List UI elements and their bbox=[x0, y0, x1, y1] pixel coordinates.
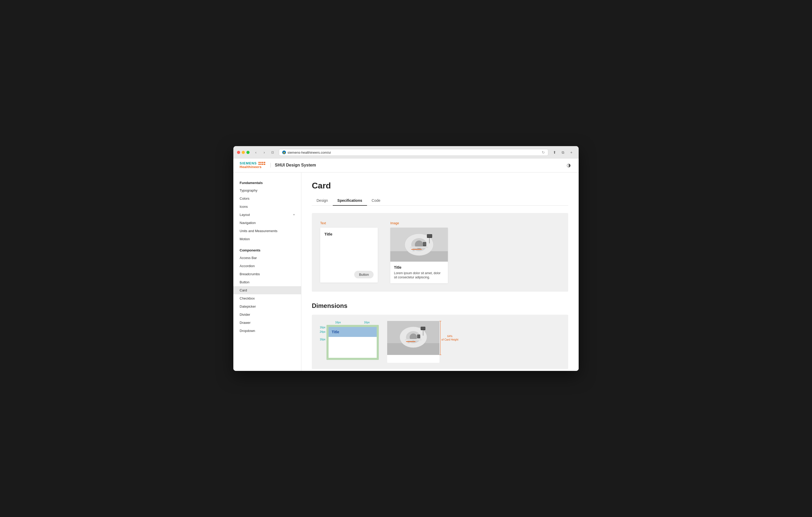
card-body-title: Title bbox=[394, 265, 444, 270]
sidebar-item-layout[interactable]: Layout ▾ bbox=[233, 211, 301, 219]
svg-rect-10 bbox=[427, 235, 432, 237]
svg-rect-11 bbox=[411, 249, 422, 250]
dim-card-title: Title bbox=[332, 330, 339, 334]
dim-card-right-image bbox=[387, 321, 439, 355]
image-card-preview: Title Lorem ipsum dolor sit amet, dolor … bbox=[390, 227, 448, 283]
dim-right-annotation: 64% of Card Height bbox=[440, 321, 458, 355]
sidebar-item-card[interactable]: Card bbox=[233, 286, 301, 294]
share-button[interactable]: ⬆ bbox=[551, 149, 558, 156]
sidebar-item-drawer[interactable]: Drawer bbox=[233, 318, 301, 327]
dim-top-right: 16px bbox=[364, 321, 370, 324]
sidebar-item-datepicker[interactable]: Datepicker bbox=[233, 302, 301, 310]
preview-section: Text Title Button Image bbox=[312, 213, 568, 292]
logo-siemens: SIEMENS bbox=[240, 161, 257, 165]
sidebar-item-access-bar[interactable]: Access Bar bbox=[233, 254, 301, 262]
app-title: SHUI Design System bbox=[270, 163, 316, 168]
dim-card-row: 16px 24px 16px Title bbox=[318, 325, 379, 360]
fundamentals-section-title: Fundamentals bbox=[233, 179, 301, 186]
tab-overview-button[interactable]: ⊡ bbox=[269, 149, 276, 156]
sidebar-item-divider[interactable]: Divider bbox=[233, 310, 301, 318]
dimensions-title: Dimensions bbox=[312, 302, 568, 309]
svg-rect-6 bbox=[410, 246, 428, 248]
header-right: ◑ bbox=[565, 161, 572, 169]
sidebar-item-button[interactable]: Button bbox=[233, 278, 301, 286]
dim-mri-svg bbox=[387, 321, 439, 355]
close-button[interactable] bbox=[237, 151, 240, 154]
favicon-icon: 🔒 bbox=[282, 151, 286, 154]
dim-card-right-wrapper: 64% of Card Height bbox=[387, 321, 439, 363]
sidebar-item-motion[interactable]: Motion bbox=[233, 235, 301, 243]
maximize-button[interactable] bbox=[246, 151, 250, 154]
address-bar[interactable]: 🔒 siemens-healthineers.com/ui ↻ bbox=[279, 149, 548, 156]
mri-illustration bbox=[390, 227, 448, 262]
sidebar-item-dropdown[interactable]: Dropdown bbox=[233, 327, 301, 335]
image-card-column: Image bbox=[390, 221, 448, 283]
image-label: Image bbox=[390, 221, 399, 225]
sidebar-item-accordion[interactable]: Accordion bbox=[233, 262, 301, 270]
dim-row2: 24px bbox=[320, 330, 325, 333]
new-window-button[interactable]: ⧉ bbox=[559, 149, 567, 156]
card-body-text: Lorem ipsum dolor sit amet, dolor sit co… bbox=[394, 271, 444, 280]
text-card-preview: Title Button bbox=[320, 227, 378, 282]
tabs: Design Specifications Code bbox=[312, 196, 568, 206]
text-card-title: Title bbox=[324, 232, 374, 236]
dim-card-right bbox=[387, 321, 439, 363]
logo-dots-icon bbox=[258, 162, 265, 165]
svg-rect-13 bbox=[423, 242, 426, 246]
sidebar-item-checkbox[interactable]: Checkbox bbox=[233, 294, 301, 302]
sidebar: Fundamentals Typography Colors Icons Lay… bbox=[233, 173, 301, 371]
refresh-icon[interactable]: ↻ bbox=[542, 150, 545, 154]
dim-card-left-wrapper: 16px 16px 16px 24px 16px bbox=[318, 321, 379, 363]
chevron-down-icon: ▾ bbox=[293, 213, 295, 216]
browser-nav: ‹ › ⊡ bbox=[252, 149, 276, 156]
dim-card: Title bbox=[326, 325, 379, 360]
svg-rect-26 bbox=[417, 335, 420, 338]
forward-button[interactable]: › bbox=[261, 149, 268, 156]
app-header: SIEMENS Healthineers SHUI Design System … bbox=[233, 158, 579, 173]
card-body: Title Lorem ipsum dolor sit amet, dolor … bbox=[390, 262, 448, 283]
dim-top-left: 16px bbox=[335, 321, 341, 324]
dim-card-content bbox=[328, 337, 377, 358]
browser-chrome: ‹ › ⊡ 🔒 siemens-healthineers.com/ui ↻ ⬆ … bbox=[233, 146, 579, 158]
text-card-column: Text Title Button bbox=[320, 221, 378, 283]
card-button[interactable]: Button bbox=[354, 271, 374, 278]
tab-design[interactable]: Design bbox=[312, 196, 333, 206]
contrast-icon[interactable]: ◑ bbox=[565, 161, 572, 169]
sidebar-item-colors[interactable]: Colors bbox=[233, 194, 301, 203]
main-content: Card Design Specifications Code Text Tit… bbox=[301, 173, 579, 371]
dim-top-annotations: 16px 16px bbox=[326, 321, 379, 325]
dim-left-annotations: 16px 24px 16px bbox=[318, 325, 326, 360]
main-layout: Fundamentals Typography Colors Icons Lay… bbox=[233, 173, 579, 371]
traffic-lights bbox=[237, 151, 250, 154]
sidebar-item-typography[interactable]: Typography bbox=[233, 186, 301, 194]
tab-specifications[interactable]: Specifications bbox=[333, 196, 367, 206]
browser-actions: ⬆ ⧉ + bbox=[551, 149, 575, 156]
minimize-button[interactable] bbox=[242, 151, 245, 154]
logo-area: SIEMENS Healthineers SHUI Design System bbox=[240, 161, 316, 169]
card-image-area bbox=[390, 227, 448, 262]
sidebar-item-breadcrumbs[interactable]: Breadcrumbs bbox=[233, 270, 301, 278]
page-title: Card bbox=[312, 181, 568, 190]
tab-code[interactable]: Code bbox=[367, 196, 385, 206]
svg-rect-19 bbox=[405, 339, 422, 341]
logo-healthineers: Healthineers bbox=[240, 165, 265, 169]
dim-right-label: 64% of Card Height bbox=[442, 335, 458, 341]
text-label: Text bbox=[320, 221, 326, 225]
components-section-title: Components bbox=[233, 246, 301, 254]
dim-row3: 16px bbox=[320, 338, 325, 341]
logo: SIEMENS Healthineers bbox=[240, 161, 265, 169]
url-text: siemens-healthineers.com/ui bbox=[288, 151, 331, 154]
sidebar-item-units[interactable]: Units and Measurements bbox=[233, 227, 301, 235]
sidebar-item-icons[interactable]: Icons bbox=[233, 203, 301, 211]
add-tab-button[interactable]: + bbox=[568, 149, 575, 156]
svg-rect-24 bbox=[406, 341, 415, 342]
dim-row1: 16px bbox=[320, 326, 325, 329]
dim-card-right-body bbox=[387, 355, 439, 363]
dim-card-title-area: Title bbox=[328, 327, 377, 337]
svg-rect-23 bbox=[421, 327, 425, 330]
browser-window: ‹ › ⊡ 🔒 siemens-healthineers.com/ui ↻ ⬆ … bbox=[233, 146, 579, 371]
sidebar-item-navigation[interactable]: Navigation bbox=[233, 219, 301, 227]
dimensions-preview: 16px 16px 16px 24px 16px bbox=[312, 315, 568, 369]
back-button[interactable]: ‹ bbox=[252, 149, 260, 156]
app-content: SIEMENS Healthineers SHUI Design System … bbox=[233, 158, 579, 371]
